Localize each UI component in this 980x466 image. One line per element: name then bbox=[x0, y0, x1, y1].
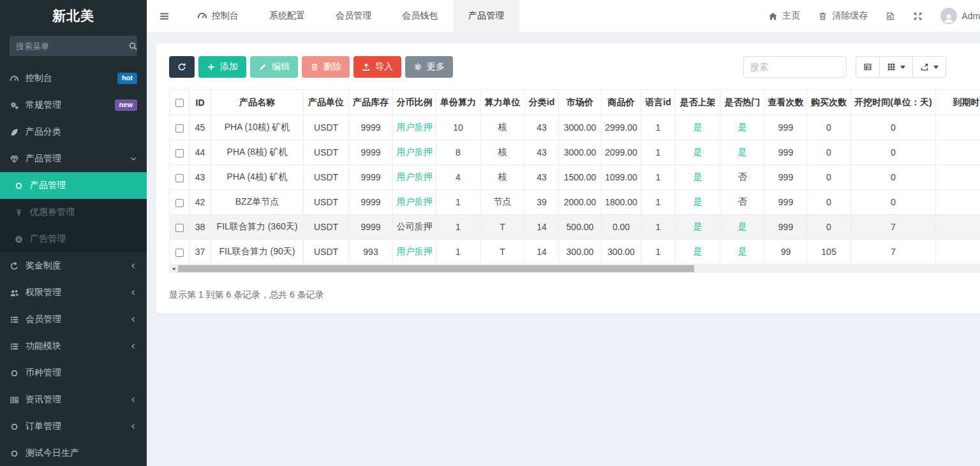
tab-member-management[interactable]: 会员管理 bbox=[320, 0, 387, 32]
sidebar-item-product-category[interactable]: 产品分类 bbox=[0, 119, 147, 145]
cell-stock: 9999 bbox=[349, 215, 393, 240]
select-all-checkbox[interactable] bbox=[175, 99, 184, 107]
horizontal-scrollbar: ◄ ► bbox=[169, 265, 980, 273]
sidebar-item-general-management[interactable]: 常规管理new bbox=[0, 92, 147, 119]
sidebar-item-label: 产品管理 bbox=[30, 180, 66, 191]
tab-member-wallet[interactable]: 会员钱包 bbox=[387, 0, 453, 32]
cell-unit: USDT bbox=[304, 140, 349, 165]
cell-category_id: 14 bbox=[525, 215, 559, 240]
card-view-button[interactable] bbox=[856, 56, 880, 78]
hot-badge: hot bbox=[117, 73, 137, 84]
cell-power: 1 bbox=[436, 215, 480, 240]
sidebar-item-order-management[interactable]: 订单管理 bbox=[0, 413, 147, 440]
sidebar-item-function-module[interactable]: 功能模块 bbox=[0, 333, 147, 360]
import-button[interactable]: 导入 bbox=[353, 56, 401, 78]
tab-product-management[interactable]: 产品管理 bbox=[453, 0, 519, 32]
sidebar-item-permission-management[interactable]: 权限管理 bbox=[0, 279, 147, 306]
cell-listed: 是 bbox=[676, 190, 720, 215]
cell-stock: 993 bbox=[349, 240, 393, 265]
row-checkbox[interactable] bbox=[175, 249, 184, 257]
refresh-button[interactable] bbox=[169, 56, 195, 78]
chevron-left-icon bbox=[130, 262, 137, 270]
plus-icon bbox=[207, 62, 216, 71]
clear-cache-link[interactable]: 清除缓存 bbox=[818, 10, 868, 22]
edit-button[interactable]: 编辑 bbox=[250, 56, 298, 78]
sidebar-item-coupon-management[interactable]: 优惠券管理 bbox=[0, 199, 147, 226]
cell-listed: 是 bbox=[676, 140, 720, 165]
tab-console[interactable]: 控制台 bbox=[182, 0, 254, 32]
row-checkbox[interactable] bbox=[175, 174, 184, 182]
export-button[interactable] bbox=[913, 56, 946, 78]
chevron-left-icon bbox=[130, 396, 137, 404]
sidebar-item-news-management[interactable]: 资讯管理 bbox=[0, 386, 147, 413]
cell-id: 43 bbox=[189, 165, 211, 190]
clear-cache-link-label: 清除缓存 bbox=[832, 10, 868, 22]
export-icon bbox=[920, 62, 929, 71]
sidebar-item-console[interactable]: 控制台hot bbox=[0, 65, 147, 92]
navbar-right: 主页清除缓存Admin bbox=[768, 0, 980, 32]
home-link[interactable]: 主页 bbox=[768, 10, 800, 22]
ad-icon bbox=[14, 235, 24, 244]
card-view-icon bbox=[863, 62, 872, 71]
sidebar-item-member-management[interactable]: 会员管理 bbox=[0, 306, 147, 333]
fullscreen-button[interactable] bbox=[913, 11, 923, 21]
sidebar-item-label: 产品分类 bbox=[26, 126, 61, 138]
sidebar-item-ad-management[interactable]: 广告管理 bbox=[0, 226, 147, 252]
table-search-input[interactable] bbox=[743, 56, 847, 78]
sidebar-search-input[interactable] bbox=[16, 41, 128, 51]
product-table: ID产品名称产品单位产品库存分币比例单份算力算力单位分类id市场价商品价语言id… bbox=[169, 89, 980, 265]
main-content: 添加编辑删除导入更多 ID产品名称产品单位产品库存分币比例单份算力算力单位分类i… bbox=[147, 33, 980, 466]
cell-market_price: 3000.00 bbox=[559, 115, 602, 140]
sidebar-item-label: 优惠券管理 bbox=[30, 207, 75, 218]
cell-stock: 9999 bbox=[349, 190, 393, 215]
more-button[interactable]: 更多 bbox=[405, 56, 453, 78]
column-header-lang_id: 语言id bbox=[641, 90, 676, 115]
sidebar-item-bonus-system[interactable]: 奖金制度 bbox=[0, 252, 147, 279]
sidebar-item-label: 测试今日生产 bbox=[26, 448, 79, 459]
circle-icon bbox=[10, 422, 19, 432]
tab-system-config[interactable]: 系统配置 bbox=[254, 0, 320, 32]
gauge-icon bbox=[197, 11, 207, 21]
sidebar-item-product-management[interactable]: 产品管理 bbox=[0, 172, 147, 199]
row-checkbox[interactable] bbox=[175, 199, 184, 207]
toolbar-buttons: 添加编辑删除导入更多 bbox=[169, 56, 453, 78]
language-button[interactable] bbox=[886, 11, 895, 21]
column-header-buys: 购买次数 bbox=[807, 90, 851, 115]
cell-views: 99 bbox=[765, 240, 807, 265]
app-root: 新北美 控制台hot常规管理new产品分类产品管理产品管理优惠券管理广告管理奖金… bbox=[0, 0, 980, 466]
cell-name: PHA (10核) 矿机 bbox=[211, 115, 304, 140]
sidebar-item-label: 奖金制度 bbox=[26, 260, 61, 272]
avatar bbox=[940, 8, 957, 24]
column-header-listed: 是否上架 bbox=[676, 90, 720, 115]
cell-category_id: 39 bbox=[525, 190, 559, 215]
table-row-37: 37FIL联合算力 (90天)USDT993用户质押1T14300.00300.… bbox=[170, 240, 980, 265]
tab-label: 系统配置 bbox=[269, 10, 305, 22]
row-checkbox[interactable] bbox=[175, 224, 184, 232]
user-menu[interactable]: Admin bbox=[940, 8, 980, 24]
column-header-category_id: 分类id bbox=[525, 90, 559, 115]
column-header-id: ID bbox=[189, 90, 211, 115]
row-checkbox[interactable] bbox=[175, 124, 184, 133]
bars-icon bbox=[159, 11, 170, 22]
scrollbar-thumb[interactable] bbox=[178, 265, 694, 272]
sidebar-item-product-management-parent[interactable]: 产品管理 bbox=[0, 145, 147, 172]
list-icon bbox=[10, 342, 19, 351]
sidebar-item-test-today-production[interactable]: 测试今日生产 bbox=[0, 440, 147, 466]
top-navbar: 控制台系统配置会员管理会员钱包产品管理 主页清除缓存Admin bbox=[147, 0, 980, 33]
column-header-check bbox=[170, 90, 189, 115]
column-header-mining_days: 开挖时间(单位：天) bbox=[851, 90, 936, 115]
cell-ratio: 用户质押 bbox=[393, 140, 436, 165]
scroll-left-arrow[interactable]: ◄ bbox=[169, 265, 178, 273]
cell-views: 999 bbox=[765, 190, 807, 215]
add-button[interactable]: 添加 bbox=[198, 56, 246, 78]
cell-market_price: 3000.00 bbox=[559, 140, 602, 165]
cell-expire bbox=[936, 140, 980, 165]
cell-power: 1 bbox=[436, 190, 480, 215]
sidebar-item-currency-management[interactable]: 币种管理 bbox=[0, 360, 147, 386]
cell-lang_id: 1 bbox=[641, 140, 676, 165]
scrollbar-track[interactable] bbox=[178, 265, 980, 273]
sidebar-toggle-button[interactable] bbox=[147, 0, 182, 32]
delete-button[interactable]: 删除 bbox=[302, 56, 350, 78]
columns-button[interactable] bbox=[880, 56, 913, 78]
row-checkbox[interactable] bbox=[175, 149, 184, 157]
